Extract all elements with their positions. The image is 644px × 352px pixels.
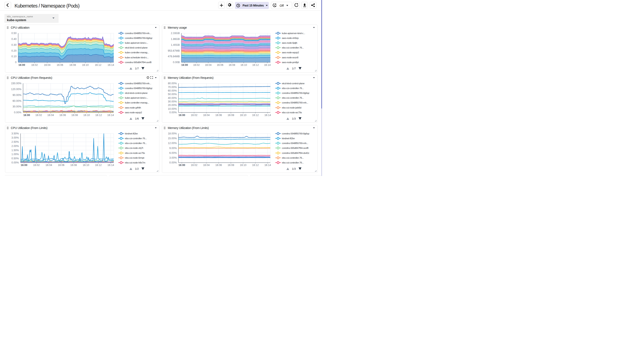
svg-text:16:04: 16:04 bbox=[47, 113, 54, 116]
svg-text:16:08: 16:08 bbox=[229, 63, 235, 66]
svg-text:50.00%: 50.00% bbox=[168, 93, 176, 96]
svg-text:10.00%: 10.00% bbox=[168, 107, 176, 110]
svg-text:16:06: 16:06 bbox=[56, 63, 63, 66]
svg-text:0.00%: 0.00% bbox=[169, 161, 176, 164]
svg-text:16:08: 16:08 bbox=[228, 113, 234, 116]
svg-text:16:02: 16:02 bbox=[31, 63, 38, 66]
svg-text:12.00%: 12.00% bbox=[168, 142, 176, 145]
svg-text:16:14: 16:14 bbox=[264, 113, 271, 116]
svg-text:0.50%: 0.50% bbox=[11, 157, 18, 160]
svg-text:16:06: 16:06 bbox=[217, 63, 223, 66]
svg-text:16:00: 16:00 bbox=[181, 63, 188, 66]
svg-text:16:06: 16:06 bbox=[59, 113, 66, 116]
svg-text:40.00%: 40.00% bbox=[168, 96, 176, 99]
svg-text:16:00: 16:00 bbox=[178, 164, 185, 167]
svg-text:16:06: 16:06 bbox=[58, 164, 64, 167]
svg-text:16:10: 16:10 bbox=[240, 113, 246, 116]
svg-text:16:00: 16:00 bbox=[178, 113, 185, 116]
svg-text:1.00%: 1.00% bbox=[11, 153, 18, 156]
svg-text:16:04: 16:04 bbox=[205, 63, 212, 66]
svg-text:476.84MB: 476.84MB bbox=[168, 55, 180, 58]
svg-text:16:10: 16:10 bbox=[240, 164, 246, 167]
svg-text:2.00%: 2.00% bbox=[11, 144, 18, 147]
svg-text:0.50: 0.50 bbox=[11, 32, 16, 35]
svg-text:16:14: 16:14 bbox=[107, 164, 114, 167]
svg-text:16:10: 16:10 bbox=[83, 164, 89, 167]
svg-text:3.00%: 3.00% bbox=[169, 156, 176, 159]
svg-text:18.00%: 18.00% bbox=[168, 132, 176, 135]
svg-text:15.00%: 15.00% bbox=[168, 137, 176, 140]
svg-text:16:10: 16:10 bbox=[240, 63, 247, 66]
svg-text:16:06: 16:06 bbox=[215, 164, 222, 167]
svg-text:0.40: 0.40 bbox=[11, 38, 16, 40]
svg-text:60.00%: 60.00% bbox=[12, 99, 21, 102]
svg-text:150.00%: 150.00% bbox=[11, 82, 21, 85]
svg-text:3.00%: 3.00% bbox=[11, 136, 18, 139]
svg-text:16:02: 16:02 bbox=[191, 113, 197, 116]
svg-text:16:02: 16:02 bbox=[35, 113, 42, 116]
svg-text:1.50%: 1.50% bbox=[11, 149, 18, 152]
svg-text:16:10: 16:10 bbox=[82, 63, 88, 66]
svg-text:16:14: 16:14 bbox=[264, 164, 271, 167]
svg-text:0.00%: 0.00% bbox=[14, 111, 21, 114]
svg-text:16:12: 16:12 bbox=[252, 164, 258, 167]
svg-text:0.30: 0.30 bbox=[11, 43, 16, 46]
svg-text:1.40GB: 1.40GB bbox=[171, 43, 180, 46]
svg-text:0.00%: 0.00% bbox=[169, 111, 176, 114]
svg-text:16:08: 16:08 bbox=[228, 164, 234, 167]
svg-text:16:08: 16:08 bbox=[71, 113, 78, 116]
svg-text:16:00: 16:00 bbox=[20, 164, 27, 167]
svg-text:16:02: 16:02 bbox=[191, 164, 197, 167]
svg-text:6.00%: 6.00% bbox=[169, 152, 176, 154]
svg-text:1.86GB: 1.86GB bbox=[171, 38, 180, 40]
svg-text:16:14: 16:14 bbox=[108, 63, 114, 66]
svg-text:70.00%: 70.00% bbox=[168, 85, 176, 88]
svg-text:16:14: 16:14 bbox=[264, 63, 270, 66]
svg-text:0: 0 bbox=[15, 61, 16, 64]
svg-text:0.10: 0.10 bbox=[11, 55, 16, 58]
svg-text:16:04: 16:04 bbox=[203, 164, 210, 167]
svg-text:16:12: 16:12 bbox=[95, 63, 101, 66]
svg-text:20.00%: 20.00% bbox=[168, 104, 176, 107]
svg-text:60.00%: 60.00% bbox=[168, 89, 176, 92]
svg-text:3.50%: 3.50% bbox=[11, 132, 18, 135]
svg-text:16:02: 16:02 bbox=[193, 63, 200, 66]
svg-text:9.00%: 9.00% bbox=[169, 147, 176, 149]
svg-text:30.00%: 30.00% bbox=[12, 105, 21, 108]
svg-text:80.00%: 80.00% bbox=[168, 82, 176, 85]
svg-text:16:04: 16:04 bbox=[46, 164, 52, 167]
svg-text:16:08: 16:08 bbox=[69, 63, 76, 66]
svg-text:16:04: 16:04 bbox=[44, 63, 50, 66]
svg-text:16:12: 16:12 bbox=[252, 113, 258, 116]
svg-text:2.50%: 2.50% bbox=[11, 140, 18, 143]
svg-text:0.00B: 0.00B bbox=[173, 61, 180, 64]
svg-text:16:10: 16:10 bbox=[83, 113, 90, 116]
svg-text:30.00%: 30.00% bbox=[168, 100, 176, 103]
svg-text:2.33GB: 2.33GB bbox=[171, 32, 180, 35]
svg-text:90.00%: 90.00% bbox=[12, 93, 21, 96]
svg-text:16:04: 16:04 bbox=[203, 113, 210, 116]
svg-text:16:08: 16:08 bbox=[70, 164, 77, 167]
svg-text:16:14: 16:14 bbox=[107, 113, 114, 116]
svg-text:16:12: 16:12 bbox=[95, 113, 102, 116]
svg-text:0.20: 0.20 bbox=[11, 49, 16, 52]
svg-text:0.00%: 0.00% bbox=[11, 161, 18, 164]
svg-text:16:00: 16:00 bbox=[18, 63, 25, 66]
svg-text:120.00%: 120.00% bbox=[11, 88, 21, 91]
svg-text:953.67MB: 953.67MB bbox=[168, 49, 180, 52]
svg-text:16:02: 16:02 bbox=[33, 164, 40, 167]
svg-text:16:12: 16:12 bbox=[95, 164, 102, 167]
svg-text:16:06: 16:06 bbox=[215, 113, 222, 116]
svg-text:16:00: 16:00 bbox=[23, 113, 30, 116]
svg-text:16:12: 16:12 bbox=[252, 63, 259, 66]
